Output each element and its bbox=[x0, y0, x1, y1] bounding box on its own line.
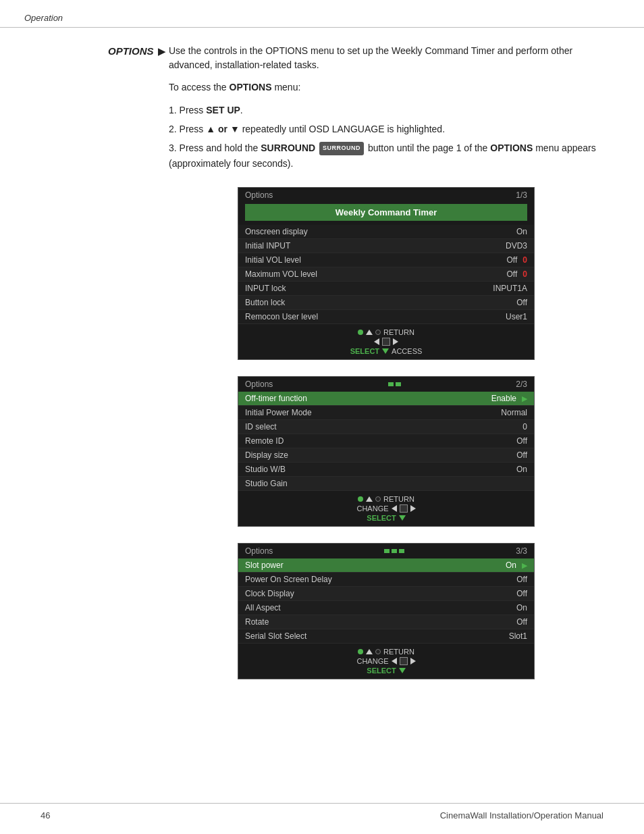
manual-title: CinemaWall Installation/Operation Manual bbox=[440, 810, 603, 820]
nav-triangle-down bbox=[399, 668, 406, 673]
osd-row: Button lock Off bbox=[238, 296, 534, 310]
page-footer: 46 CinemaWall Installation/Operation Man… bbox=[0, 803, 644, 820]
nav-square bbox=[400, 504, 408, 513]
osd-panel-3-page: 3/3 bbox=[516, 546, 527, 556]
osd-row: Studio W/B On bbox=[238, 463, 534, 477]
step-1: 1. Press SET UP. bbox=[169, 103, 603, 119]
nav-row-1: RETURN bbox=[358, 328, 414, 336]
options-description: Use the controls in the OPTIONS menu to … bbox=[169, 44, 603, 72]
osd-panel-1-highlight: Weekly Command Timer bbox=[245, 204, 527, 221]
osd-panel-3-title: Options bbox=[245, 546, 273, 556]
osd-panel-3-header: Options 3/3 bbox=[238, 544, 534, 558]
osd-panel-1-title-row: Weekly Command Timer bbox=[238, 203, 534, 225]
nav-dot-green bbox=[358, 649, 363, 654]
nav-dot-green bbox=[358, 330, 363, 335]
osd-panel-1: Options 1/3 Weekly Command Timer Onscree… bbox=[238, 187, 535, 360]
page-dots bbox=[384, 549, 404, 553]
dot-1 bbox=[384, 549, 390, 553]
osd-row: Remocon User level User1 bbox=[238, 310, 534, 324]
nav-triangle-up bbox=[366, 496, 373, 502]
nav-square bbox=[400, 657, 408, 665]
osd-row: Power On Screen Delay Off bbox=[238, 573, 534, 587]
nav-triangle-down bbox=[382, 348, 389, 354]
osd-row: Display size Off bbox=[238, 448, 534, 463]
steps-list: 1. Press SET UP. 2. Press ▲ or ▼ repeate… bbox=[169, 103, 603, 172]
osd-panel-2: Options 2/3 Off-timer function Enable ▶ bbox=[238, 376, 535, 527]
nav-square bbox=[382, 338, 390, 346]
content-area: OPTIONS ▶ Use the controls in the OPTION… bbox=[0, 28, 644, 712]
osd-panel-2-page: 2/3 bbox=[516, 380, 527, 389]
osd-row: Maximum VOL level Off 0 bbox=[238, 267, 534, 282]
osd-panel-1-page: 1/3 bbox=[516, 190, 527, 200]
dot-active bbox=[388, 382, 394, 386]
osd-panel-3-nav: RETURN CHANGE SELECT bbox=[238, 644, 534, 679]
osd-row-highlighted: Off-timer function Enable ▶ bbox=[238, 392, 534, 406]
osd-row: Studio Gain bbox=[238, 477, 534, 491]
access-bold: OPTIONS bbox=[230, 82, 272, 93]
surround-badge: SURROUND bbox=[319, 142, 364, 155]
nav-triangle-left bbox=[392, 505, 397, 512]
osd-panel-1-title: Options bbox=[245, 190, 273, 200]
nav-row-2 bbox=[374, 338, 398, 346]
nav-row-3: SELECT bbox=[367, 667, 405, 675]
nav-dot-black bbox=[375, 649, 381, 654]
nav-triangle-right bbox=[410, 658, 416, 664]
options-section: OPTIONS ▶ Use the controls in the OPTION… bbox=[108, 44, 603, 679]
nav-row-1: RETURN bbox=[358, 495, 414, 503]
osd-panel-1-nav: RETURN SELECT ACCESS bbox=[238, 324, 534, 359]
nav-triangle-right bbox=[410, 505, 416, 512]
breadcrumb: Operation bbox=[24, 13, 63, 23]
nav-dot-black bbox=[375, 496, 381, 502]
nav-row-2: CHANGE bbox=[356, 657, 415, 665]
access-intro: To access the bbox=[169, 82, 227, 93]
nav-triangle-down bbox=[399, 515, 406, 521]
nav-row-3: SELECT ACCESS bbox=[350, 347, 423, 355]
nav-row-1: RETURN bbox=[358, 648, 414, 656]
osd-panel-2-title: Options bbox=[245, 380, 273, 389]
osd-panel-2-header: Options 2/3 bbox=[238, 377, 534, 392]
osd-menus-container: Options 1/3 Weekly Command Timer Onscree… bbox=[169, 187, 603, 679]
osd-row-highlighted: Slot power On ▶ bbox=[238, 558, 534, 573]
options-label: OPTIONS ▶ bbox=[108, 44, 169, 679]
osd-row: Initial Power Mode Normal bbox=[238, 406, 534, 420]
nav-triangle-left bbox=[392, 658, 397, 664]
osd-panel-1-header: Options 1/3 bbox=[238, 188, 534, 203]
osd-row: ID select 0 bbox=[238, 420, 534, 434]
page-number: 46 bbox=[41, 810, 50, 820]
osd-row: All Aspect On bbox=[238, 601, 534, 615]
nav-row-3: SELECT bbox=[367, 514, 405, 522]
osd-row: Remote ID Off bbox=[238, 434, 534, 448]
dot-3 bbox=[399, 549, 404, 553]
nav-triangle-up bbox=[366, 330, 373, 335]
options-arrow: ▶ bbox=[158, 45, 166, 57]
osd-row: Rotate Off bbox=[238, 615, 534, 629]
osd-panel-3: Options 3/3 Slot power On ▶ bbox=[238, 543, 535, 679]
nav-dot-black bbox=[375, 330, 381, 335]
step-3: 3. Press and hold the SURROUND SURROUND … bbox=[169, 140, 603, 173]
nav-dot-green bbox=[358, 496, 363, 502]
osd-row: Initial VOL level Off 0 bbox=[238, 253, 534, 267]
osd-row: Onscreen display On bbox=[238, 225, 534, 239]
osd-row: Clock Display Off bbox=[238, 587, 534, 601]
osd-row: Initial INPUT DVD3 bbox=[238, 239, 534, 253]
page-dots bbox=[388, 382, 401, 386]
nav-triangle-right bbox=[393, 338, 398, 345]
options-title: OPTIONS bbox=[108, 45, 154, 57]
osd-row: INPUT lock INPUT1A bbox=[238, 282, 534, 296]
dot-active-2 bbox=[396, 382, 401, 386]
osd-panel-2-nav: RETURN CHANGE SELECT bbox=[238, 491, 534, 526]
osd-row: Serial Slot Select Slot1 bbox=[238, 629, 534, 644]
options-access: To access the OPTIONS menu: bbox=[169, 80, 603, 95]
step-2: 2. Press ▲ or ▼ repeatedly until OSD LAN… bbox=[169, 122, 603, 138]
options-text-block: Use the controls in the OPTIONS menu to … bbox=[169, 44, 603, 679]
nav-triangle-left bbox=[374, 338, 379, 345]
dot-2 bbox=[392, 549, 397, 553]
access-suffix: menu: bbox=[274, 82, 300, 93]
page-header: Operation bbox=[0, 0, 644, 28]
nav-row-2: CHANGE bbox=[356, 504, 415, 513]
nav-triangle-up bbox=[366, 649, 373, 654]
